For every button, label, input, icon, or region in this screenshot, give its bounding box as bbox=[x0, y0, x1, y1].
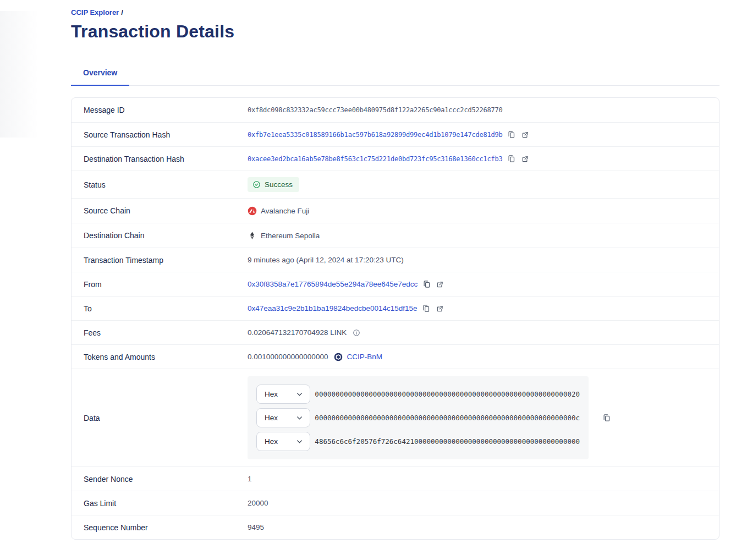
source-tx-hash-link[interactable]: 0xfb7e1eea5335c018589166b1ac597b618a9289… bbox=[248, 131, 503, 139]
external-link-icon[interactable] bbox=[435, 304, 445, 314]
status-label: Status bbox=[72, 180, 248, 189]
token-amount: 0.001000000000000000 bbox=[248, 353, 328, 361]
status-text: Success bbox=[265, 180, 293, 189]
tab-overview[interactable]: Overview bbox=[71, 63, 129, 86]
data-hex-value-3: 48656c6c6f20576f726c64210000000000000000… bbox=[315, 437, 580, 446]
breadcrumb: CCIP Explorer/ bbox=[71, 0, 719, 17]
row-data: Data Hex 0000000000000000000000000000000… bbox=[72, 369, 719, 466]
breadcrumb-separator: / bbox=[121, 8, 123, 17]
copy-icon[interactable] bbox=[421, 279, 431, 289]
data-line-3: Hex 48656c6c6f20576f726c6421000000000000… bbox=[256, 432, 580, 451]
fees-value: 0.020647132170704928 LINK bbox=[248, 328, 347, 337]
data-label: Data bbox=[72, 414, 248, 422]
row-timestamp: Transaction Timestamp 9 minutes ago (Apr… bbox=[72, 248, 719, 272]
row-status: Status Success bbox=[72, 171, 719, 198]
timestamp-value: 9 minutes ago (April 12, 2024 at 17:20:2… bbox=[248, 256, 404, 264]
hex-format-select[interactable]: Hex bbox=[256, 432, 310, 451]
gas-limit-value: 20000 bbox=[248, 499, 268, 507]
hex-select-value: Hex bbox=[265, 437, 278, 446]
transaction-details-table: Message ID 0xf8dc098c832332ac59ccc73ee00… bbox=[71, 97, 719, 540]
external-link-icon[interactable] bbox=[520, 154, 530, 164]
info-icon[interactable] bbox=[353, 329, 360, 337]
ccip-bnm-token-icon bbox=[334, 353, 343, 361]
message-id-label: Message ID bbox=[72, 106, 248, 114]
avalanche-icon bbox=[248, 206, 257, 216]
tokens-label: Tokens and Amounts bbox=[72, 353, 248, 361]
status-badge: Success bbox=[248, 177, 299, 192]
check-circle-icon bbox=[252, 180, 261, 189]
to-label: To bbox=[72, 304, 248, 313]
source-chain-name: Avalanche Fuji bbox=[261, 207, 309, 215]
row-source-chain: Source Chain Avalanche Fuji bbox=[72, 198, 719, 223]
ccip-bnm-token-link[interactable]: CCIP-BnM bbox=[347, 353, 382, 361]
data-hex-value-2: 0000000000000000000000000000000000000000… bbox=[315, 414, 580, 422]
data-hex-value-1: 0000000000000000000000000000000000000000… bbox=[315, 390, 580, 398]
row-sender-nonce: Sender Nonce 1 bbox=[72, 466, 719, 491]
dest-chain-name: Ethereum Sepolia bbox=[261, 232, 320, 240]
data-line-1: Hex 000000000000000000000000000000000000… bbox=[256, 385, 580, 404]
row-to: To 0x47eaa31c9e2b1b1ba19824bedcbe0014c15… bbox=[72, 296, 719, 320]
hex-select-value: Hex bbox=[265, 390, 278, 398]
chevron-down-icon bbox=[296, 391, 303, 398]
external-link-icon[interactable] bbox=[435, 279, 445, 289]
copy-icon[interactable] bbox=[507, 130, 517, 140]
sequence-number-value: 9495 bbox=[248, 523, 264, 531]
gas-limit-label: Gas Limit bbox=[72, 499, 248, 508]
from-label: From bbox=[72, 280, 248, 289]
copy-icon[interactable] bbox=[421, 304, 431, 314]
sender-nonce-value: 1 bbox=[248, 475, 252, 483]
row-gas-limit: Gas Limit 20000 bbox=[72, 491, 719, 515]
dest-chain-label: Destination Chain bbox=[72, 231, 248, 240]
message-id-value: 0xf8dc098c832332ac59ccc73ee00b480975d8f1… bbox=[248, 106, 503, 114]
data-hex-block: Hex 000000000000000000000000000000000000… bbox=[248, 376, 589, 459]
fees-label: Fees bbox=[72, 328, 248, 337]
from-address-link[interactable]: 0x30f8358a7e17765894de55e294a78ee645e7ed… bbox=[248, 280, 418, 288]
hex-format-select[interactable]: Hex bbox=[256, 385, 310, 404]
page-content: CCIP Explorer/ Transaction Details Overv… bbox=[0, 0, 747, 540]
row-from: From 0x30f8358a7e17765894de55e294a78ee64… bbox=[72, 272, 719, 296]
row-fees: Fees 0.020647132170704928 LINK bbox=[72, 320, 719, 344]
ethereum-icon bbox=[248, 231, 257, 240]
page-title: Transaction Details bbox=[71, 21, 719, 42]
chevron-down-icon bbox=[296, 438, 303, 445]
row-message-id: Message ID 0xf8dc098c832332ac59ccc73ee00… bbox=[72, 98, 719, 122]
copy-icon[interactable] bbox=[601, 413, 611, 423]
tab-bar: Overview bbox=[71, 63, 719, 86]
row-tokens-and-amounts: Tokens and Amounts 0.001000000000000000 … bbox=[72, 344, 719, 369]
source-chain-label: Source Chain bbox=[72, 206, 248, 215]
sender-nonce-label: Sender Nonce bbox=[72, 475, 248, 484]
breadcrumb-ccip-explorer-link[interactable]: CCIP Explorer bbox=[71, 8, 119, 17]
source-tx-hash-label: Source Transaction Hash bbox=[72, 130, 248, 139]
row-dest-tx-hash: Destination Transaction Hash 0xacee3ed2b… bbox=[72, 146, 719, 171]
row-sequence-number: Sequence Number 9495 bbox=[72, 515, 719, 539]
dest-tx-hash-label: Destination Transaction Hash bbox=[72, 155, 248, 163]
chevron-down-icon bbox=[296, 414, 303, 421]
to-address-link[interactable]: 0x47eaa31c9e2b1b1ba19824bedcbe0014c15df1… bbox=[248, 304, 418, 312]
sequence-number-label: Sequence Number bbox=[72, 523, 248, 532]
data-line-2: Hex 000000000000000000000000000000000000… bbox=[256, 408, 580, 427]
external-link-icon[interactable] bbox=[520, 130, 530, 140]
hex-format-select[interactable]: Hex bbox=[256, 408, 310, 427]
row-source-tx-hash: Source Transaction Hash 0xfb7e1eea5335c0… bbox=[72, 122, 719, 146]
dest-tx-hash-link[interactable]: 0xacee3ed2bca16ab5e78be8f563c1c75d221de0… bbox=[248, 155, 503, 163]
hex-select-value: Hex bbox=[265, 414, 278, 422]
copy-icon[interactable] bbox=[507, 154, 517, 164]
row-dest-chain: Destination Chain Ethereum Sepolia bbox=[72, 223, 719, 248]
timestamp-label: Transaction Timestamp bbox=[72, 256, 248, 265]
